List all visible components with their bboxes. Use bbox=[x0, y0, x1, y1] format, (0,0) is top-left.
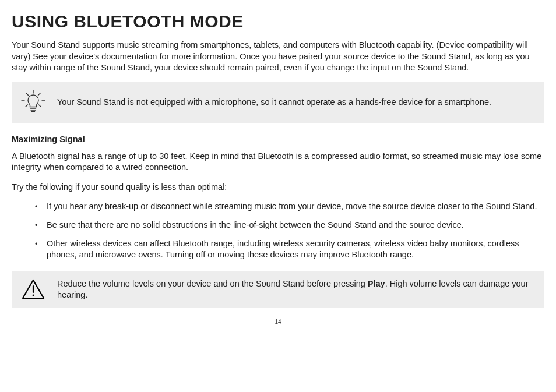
page-number: 14 bbox=[12, 319, 544, 325]
svg-line-6 bbox=[38, 93, 41, 96]
warning-bold: Play bbox=[368, 279, 385, 288]
warning-icon bbox=[20, 278, 47, 301]
svg-point-10 bbox=[33, 295, 34, 296]
manual-page: USING BLUETOOTH MODE Your Sound Stand su… bbox=[0, 0, 556, 331]
lightbulb-icon bbox=[20, 89, 47, 116]
warning-text: Reduce the volume levels on your device … bbox=[57, 278, 535, 301]
page-title: USING BLUETOOTH MODE bbox=[12, 12, 544, 31]
try-intro: Try the following if your sound quality … bbox=[12, 182, 544, 193]
svg-line-5 bbox=[26, 93, 29, 96]
section-heading: Maximizing Signal bbox=[12, 135, 544, 144]
tip-text: Your Sound Stand is not equipped with a … bbox=[57, 97, 491, 108]
intro-paragraph: Your Sound Stand supports music streamin… bbox=[12, 40, 544, 74]
signal-paragraph: A Bluetooth signal has a range of up to … bbox=[12, 151, 544, 174]
list-item: If you hear any break-up or disconnect w… bbox=[47, 201, 544, 213]
list-item: Be sure that there are no solid obstruct… bbox=[47, 220, 544, 231]
warning-pre: Reduce the volume levels on your device … bbox=[57, 279, 368, 288]
tips-list: If you hear any break-up or disconnect w… bbox=[12, 201, 544, 260]
list-item: Other wireless devices can affect Blueto… bbox=[47, 238, 544, 261]
warning-callout: Reduce the volume levels on your device … bbox=[12, 271, 544, 308]
tip-callout: Your Sound Stand is not equipped with a … bbox=[12, 82, 544, 123]
svg-line-7 bbox=[26, 105, 28, 107]
svg-line-8 bbox=[39, 105, 41, 107]
